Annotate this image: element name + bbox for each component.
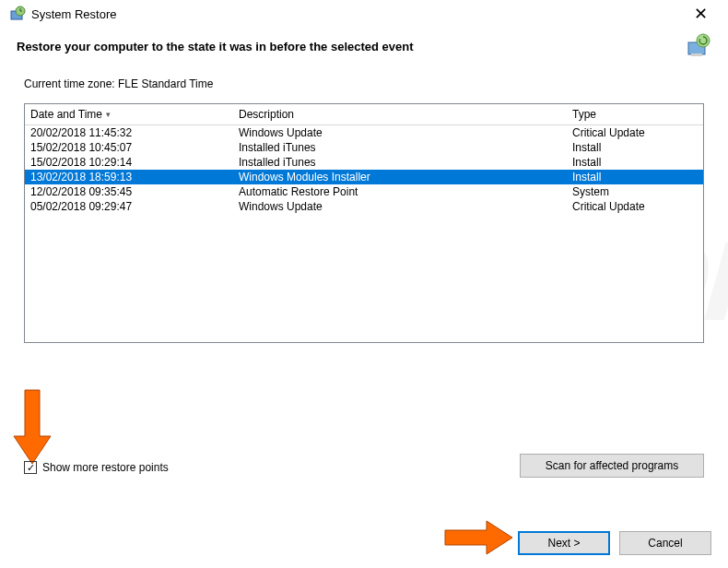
table-row[interactable]: 13/02/2018 18:59:13Windows Modules Insta… (25, 170, 703, 184)
annotation-arrow-icon (5, 385, 60, 468)
checkbox-label: Show more restore points (42, 461, 169, 474)
table-header: Date and Time ▾ Description Type (25, 104, 703, 125)
cell-description: Installed iTunes (233, 155, 567, 170)
cell-type: Critical Update (567, 125, 703, 140)
cell-date: 15/02/2018 10:29:14 (25, 155, 233, 170)
cell-description: Windows Modules Installer (233, 170, 567, 184)
cell-description: Installed iTunes (233, 140, 567, 155)
cell-date: 13/02/2018 18:59:13 (25, 170, 233, 184)
cell-type: System (567, 184, 703, 199)
cell-description: Windows Update (233, 199, 567, 214)
column-header-date[interactable]: Date and Time ▾ (25, 104, 233, 124)
show-more-checkbox-row[interactable]: ✓ Show more restore points (24, 461, 169, 474)
column-label: Description (239, 108, 294, 121)
annotation-arrow-icon (440, 516, 514, 559)
sort-descending-icon: ▾ (106, 110, 111, 119)
column-header-type[interactable]: Type (567, 104, 703, 124)
table-row[interactable]: 12/02/2018 09:35:45Automatic Restore Poi… (25, 184, 703, 199)
system-restore-icon (9, 6, 26, 22)
titlebar: System Restore ✕ (0, 0, 728, 26)
cell-date: 20/02/2018 11:45:32 (25, 125, 233, 140)
header-subtitle: Restore your computer to the state it wa… (17, 40, 414, 53)
table-row[interactable]: 05/02/2018 09:29:47Windows UpdateCritica… (25, 199, 703, 214)
column-header-description[interactable]: Description (233, 104, 567, 124)
cell-date: 12/02/2018 09:35:45 (25, 184, 233, 199)
column-label: Type (572, 108, 596, 121)
cell-description: Automatic Restore Point (233, 184, 567, 199)
restore-wizard-icon (686, 33, 711, 59)
table-row[interactable]: 20/02/2018 11:45:32Windows UpdateCritica… (25, 125, 703, 140)
cell-type: Install (567, 170, 703, 184)
scan-affected-button[interactable]: Scan for affected programs (520, 454, 704, 478)
column-label: Date and Time (30, 108, 102, 121)
svg-rect-3 (691, 53, 702, 56)
cell-type: Install (567, 140, 703, 155)
next-button[interactable]: Next > (518, 531, 610, 555)
table-row[interactable]: 15/02/2018 10:45:07Installed iTunesInsta… (25, 140, 703, 155)
button-bar: Next > Cancel (518, 531, 711, 555)
cell-description: Windows Update (233, 125, 567, 140)
cell-date: 15/02/2018 10:45:07 (25, 140, 233, 155)
header-row: Restore your computer to the state it wa… (0, 26, 728, 72)
cell-type: Critical Update (567, 199, 703, 214)
cancel-button[interactable]: Cancel (619, 531, 711, 555)
window-title: System Restore (31, 7, 116, 21)
timezone-label: Current time zone: FLE Standard Time (24, 77, 704, 90)
svg-point-4 (697, 34, 710, 47)
checkbox-icon[interactable]: ✓ (24, 461, 37, 474)
restore-points-table: Date and Time ▾ Description Type 20/02/2… (24, 103, 704, 343)
close-button[interactable]: ✕ (683, 4, 719, 24)
cell-date: 05/02/2018 09:29:47 (25, 199, 233, 214)
table-row[interactable]: 15/02/2018 10:29:14Installed iTunesInsta… (25, 155, 703, 170)
cell-type: Install (567, 155, 703, 170)
